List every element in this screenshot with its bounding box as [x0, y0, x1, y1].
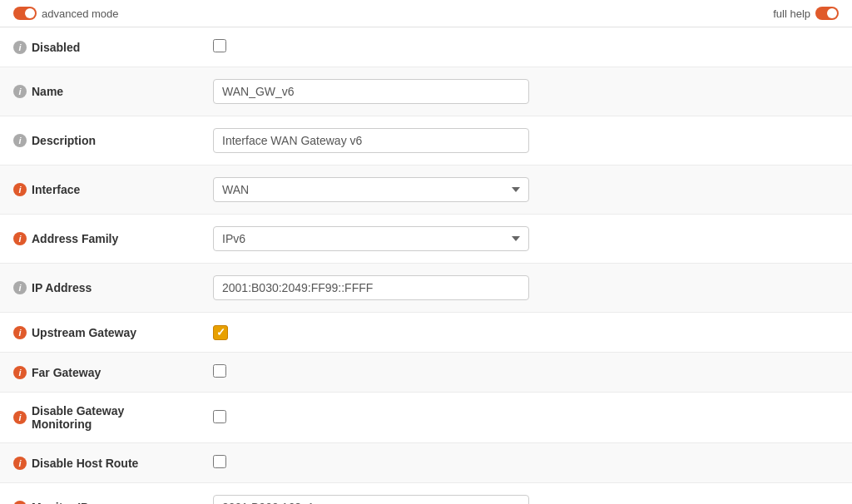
label-description: iDescription [0, 129, 200, 152]
full-help-toggle-icon[interactable] [815, 7, 839, 20]
input-monitor-ip[interactable] [213, 495, 529, 504]
label-text-disable-host-route: Disable Host Route [32, 457, 138, 470]
control-address-family: IPv4IPv6 [200, 221, 852, 256]
label-text-disabled: Disabled [32, 41, 80, 54]
control-upstream-gateway [200, 320, 852, 345]
form-row-ip-address: iIP Address [0, 264, 852, 313]
control-description [200, 123, 852, 158]
advanced-mode-toggle[interactable]: advanced mode [13, 7, 119, 20]
info-icon-monitor-ip: i [13, 501, 27, 504]
label-disable-gateway-monitoring: iDisable Gateway Monitoring [0, 399, 200, 436]
control-disable-gateway-monitoring [200, 405, 852, 431]
select-address-family[interactable]: IPv4IPv6 [213, 226, 529, 251]
label-interface: iInterface [0, 178, 200, 201]
label-upstream-gateway: iUpstream Gateway [0, 321, 200, 344]
checkbox-disable-host-route[interactable] [213, 455, 226, 468]
label-text-ip-address: IP Address [32, 281, 92, 294]
form-row-interface: iInterfaceWANLANWAN2 [0, 166, 852, 215]
advanced-mode-toggle-icon[interactable] [13, 7, 37, 20]
form-row-description: iDescription [0, 116, 852, 166]
info-icon-address-family: i [13, 232, 27, 245]
info-icon-far-gateway: i [13, 366, 27, 379]
label-text-address-family: Address Family [32, 232, 118, 245]
label-monitor-ip: iMonitor IP [0, 496, 200, 504]
form-row-far-gateway: iFar Gateway [0, 353, 852, 393]
input-name[interactable] [213, 79, 529, 104]
form-row-monitor-ip: iMonitor IP [0, 483, 852, 504]
input-description[interactable] [213, 128, 529, 153]
info-icon-description: i [13, 134, 27, 147]
label-name: iName [0, 80, 200, 103]
info-icon-ip-address: i [13, 281, 27, 294]
advanced-mode-label: advanced mode [42, 7, 119, 20]
label-text-upstream-gateway: Upstream Gateway [32, 326, 136, 339]
label-text-far-gateway: Far Gateway [32, 366, 101, 379]
info-icon-interface: i [13, 183, 27, 196]
form-row-disable-host-route: iDisable Host Route [0, 443, 852, 483]
label-text-description: Description [32, 134, 96, 147]
label-disable-host-route: iDisable Host Route [0, 452, 200, 475]
form-row-name: iName [0, 67, 852, 116]
checkbox-disable-gateway-monitoring[interactable] [213, 410, 226, 423]
info-icon-disable-host-route: i [13, 457, 27, 470]
label-far-gateway: iFar Gateway [0, 361, 200, 384]
top-bar: advanced mode full help [0, 0, 852, 27]
control-ip-address [200, 270, 852, 305]
control-disabled [200, 34, 852, 60]
info-icon-disable-gateway-monitoring: i [13, 411, 27, 424]
control-far-gateway [200, 359, 852, 385]
input-ip-address[interactable] [213, 275, 529, 300]
form: iDisablediNameiDescriptioniInterfaceWANL… [0, 27, 852, 504]
info-icon-name: i [13, 85, 27, 98]
form-row-address-family: iAddress FamilyIPv4IPv6 [0, 215, 852, 264]
full-help-label: full help [773, 7, 810, 20]
control-name [200, 74, 852, 109]
label-text-monitor-ip: Monitor IP [32, 501, 88, 504]
label-disabled: iDisabled [0, 36, 200, 59]
form-row-upstream-gateway: iUpstream Gateway [0, 313, 852, 353]
form-row-disabled: iDisabled [0, 27, 852, 67]
label-ip-address: iIP Address [0, 276, 200, 299]
control-monitor-ip [200, 490, 852, 504]
control-disable-host-route [200, 450, 852, 476]
form-row-disable-gateway-monitoring: iDisable Gateway Monitoring [0, 393, 852, 443]
label-text-disable-gateway-monitoring: Disable Gateway Monitoring [32, 404, 186, 431]
full-help-toggle[interactable]: full help [773, 7, 839, 20]
info-icon-upstream-gateway: i [13, 326, 27, 339]
select-interface[interactable]: WANLANWAN2 [213, 177, 529, 202]
label-address-family: iAddress Family [0, 227, 200, 250]
label-text-interface: Interface [32, 183, 80, 196]
checkbox-disabled[interactable] [213, 39, 226, 52]
info-icon-disabled: i [13, 41, 27, 54]
checkbox-upstream-gateway[interactable] [213, 325, 228, 340]
control-interface: WANLANWAN2 [200, 172, 852, 207]
label-text-name: Name [32, 85, 63, 98]
checkbox-far-gateway[interactable] [213, 364, 226, 378]
